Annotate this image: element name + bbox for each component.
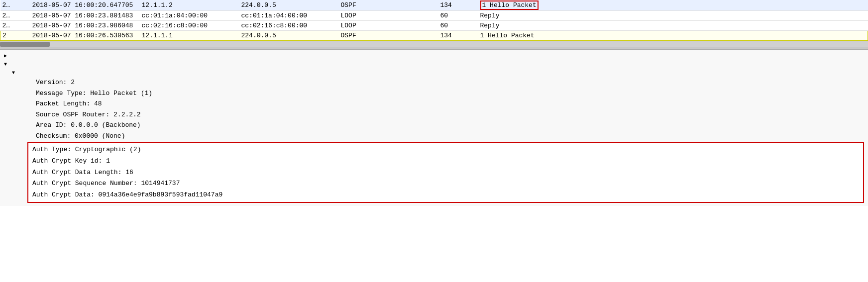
ospf-expand-icon: ▼ [4, 61, 12, 68]
leaf-icon [28, 78, 36, 85]
horizontal-scrollbar[interactable] [0, 41, 868, 47]
ip-expand-icon: ▶ [4, 52, 12, 60]
leaf-icon [28, 131, 36, 139]
scrollbar-thumb[interactable] [0, 42, 50, 47]
detail-pane: ▶ ▼ ▼ Version: 2 Message Type: Hello Pac… [0, 50, 868, 206]
auth-field-auth-data-len[interactable]: Auth Crypt Data Length: 16 [30, 167, 861, 179]
leaf-icon [28, 99, 36, 106]
ospf-header-section[interactable]: ▼ [0, 69, 868, 77]
leaf-icon [28, 110, 36, 117]
ospf-field-area-id[interactable]: Area ID: 0.0.0.0 (Backbone) [0, 120, 868, 131]
ip-section[interactable]: ▶ [0, 52, 868, 60]
leaf-icon [28, 120, 36, 128]
packet-row[interactable]: 2…2018-05-07 16:00:23.986048cc:02:16:c8:… [0, 21, 868, 31]
packet-row[interactable]: 22018-05-07 16:00:26.53056312.1.1.1224.0… [0, 31, 868, 41]
auth-box: Auth Type: Cryptographic (2)Auth Crypt K… [27, 142, 864, 203]
auth-field-auth-key-id[interactable]: Auth Crypt Key id: 1 [30, 156, 861, 167]
ospf-header-expand-icon: ▼ [12, 69, 20, 77]
packet-row[interactable]: 2…2018-05-07 16:00:20.64770512.1.1.2224.… [0, 0, 868, 11]
packet-row[interactable]: 2…2018-05-07 16:00:23.801483cc:01:1a:04:… [0, 11, 868, 21]
ospf-field-checksum[interactable]: Checksum: 0x0000 (None) [0, 131, 868, 142]
packet-list: 2…2018-05-07 16:00:20.64770512.1.1.2224.… [0, 0, 868, 41]
auth-field-auth-data[interactable]: Auth Crypt Data: 0914a36e4e9fa9b893f593f… [30, 189, 861, 201]
ospf-field-src-router[interactable]: Source OSPF Router: 2.2.2.2 [0, 109, 868, 120]
ospf-field-pkt-length[interactable]: Packet Length: 48 [0, 98, 868, 109]
auth-field-auth-type[interactable]: Auth Type: Cryptographic (2) [30, 144, 861, 156]
auth-field-auth-seq-num[interactable]: Auth Crypt Sequence Number: 1014941737 [30, 178, 861, 189]
leaf-icon [28, 89, 36, 96]
ospf-field-version[interactable]: Version: 2 [0, 77, 868, 88]
ospf-field-msg-type[interactable]: Message Type: Hello Packet (1) [0, 88, 868, 99]
ospf-section[interactable]: ▼ [0, 60, 868, 69]
